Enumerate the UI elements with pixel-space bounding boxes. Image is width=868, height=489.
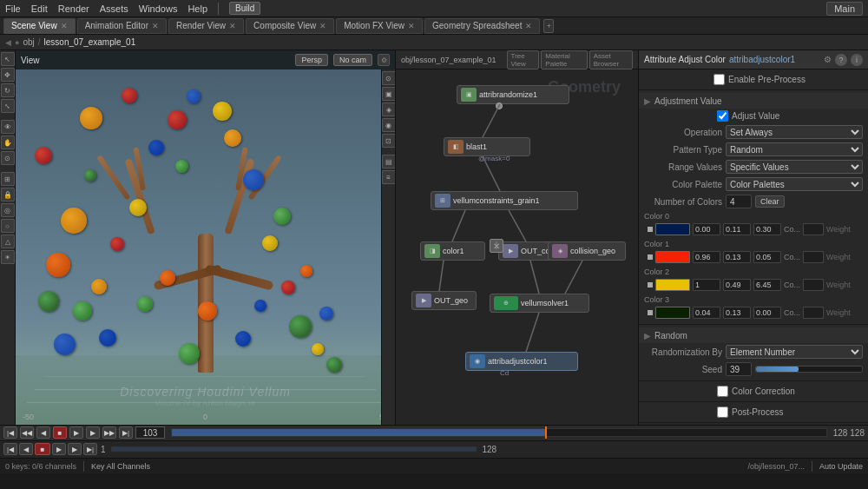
tab-close-motion[interactable]: ✕ — [408, 22, 415, 30]
tab-render-view[interactable]: Render View ✕ — [168, 18, 244, 34]
color0-minus[interactable] — [648, 227, 653, 232]
color1-g[interactable] — [723, 251, 751, 263]
color0-weight[interactable] — [803, 223, 824, 235]
tab-animation-editor[interactable]: Animation Editor ✕ — [77, 18, 167, 34]
tool-lock[interactable]: 🔒 — [1, 188, 15, 202]
properties-close-icon[interactable]: i — [851, 54, 863, 66]
transport-stop[interactable]: ■ — [53, 426, 67, 439]
status-channels[interactable]: Key All Channels — [91, 462, 150, 471]
color0-r[interactable] — [693, 223, 720, 235]
color1-b[interactable] — [753, 251, 781, 263]
post-process-checkbox[interactable] — [717, 406, 728, 418]
tool-scale[interactable]: ⤡ — [1, 99, 15, 113]
cam-button[interactable]: No cam — [333, 54, 372, 66]
transport2-stop[interactable]: ■ — [35, 443, 50, 455]
color1-weight[interactable] — [803, 251, 824, 263]
color3-g[interactable] — [723, 307, 751, 319]
vp-tool-7[interactable]: ≡ — [382, 170, 396, 184]
vp-tool-3[interactable]: ◈ — [382, 102, 396, 116]
transport-play[interactable]: ▶ — [69, 426, 83, 439]
node-blast1[interactable]: ◧ blast1 — [444, 137, 530, 156]
vp-tool-5[interactable]: ⊡ — [382, 134, 396, 148]
viewport[interactable]: View Persp No cam ⚙ — [16, 50, 395, 425]
random-header[interactable]: ▶ Random — [639, 327, 868, 343]
transport2-next[interactable]: ▶ — [68, 443, 82, 455]
ng-tab-material[interactable]: Material Palette — [541, 50, 587, 69]
node-attribrandomize1[interactable]: ▣ attribrandomize1 — [457, 85, 569, 104]
seed-input[interactable] — [726, 362, 752, 376]
color3-weight[interactable] — [803, 307, 824, 319]
color2-r[interactable] — [693, 279, 720, 291]
menu-render[interactable]: Render — [58, 3, 89, 14]
tool-snap[interactable]: ⊞ — [1, 172, 15, 186]
tool-view[interactable]: 👁 — [1, 120, 15, 134]
properties-gear-icon[interactable]: ⚙ — [824, 55, 832, 64]
tool-rotate[interactable]: ↻ — [1, 83, 15, 97]
menu-help[interactable]: Help — [187, 3, 207, 14]
menu-edit[interactable]: Edit — [31, 3, 48, 14]
tab-geometry-spreadsheet[interactable]: Geometry Spreadsheet ✕ — [424, 18, 540, 34]
node-attribadjustcolor[interactable]: ◉ attribadjustcolor1 — [465, 352, 578, 371]
num-colors-input[interactable] — [726, 195, 752, 208]
color3-b[interactable] — [753, 307, 781, 319]
tool-geo[interactable]: △ — [1, 235, 15, 248]
menu-windows[interactable]: Windows — [139, 3, 178, 14]
node-vellumsolver[interactable]: ⊕ vellumsolver1 — [490, 294, 589, 313]
clear-button[interactable]: Clear — [755, 195, 785, 208]
frame-input[interactable] — [135, 426, 165, 439]
adjust-value-checkbox[interactable] — [717, 110, 728, 122]
color3-swatch[interactable] — [655, 307, 690, 319]
tab-scene-view[interactable]: Scene View ✕ — [3, 18, 76, 34]
preprocess-checkbox[interactable] — [713, 74, 725, 85]
transport2-prev[interactable]: ◀ — [19, 443, 33, 455]
color1-r[interactable] — [693, 251, 720, 263]
tab-close-composite[interactable]: ✕ — [319, 22, 326, 30]
transport-start[interactable]: |◀ — [3, 426, 17, 439]
vp-tool-6[interactable]: ▤ — [382, 155, 396, 169]
transport2-play[interactable]: ▶ — [52, 443, 66, 455]
transport-prev-frame[interactable]: ◀ — [36, 426, 50, 439]
node-color1[interactable]: ◨ color1 — [420, 241, 485, 261]
seed-slider[interactable] — [755, 366, 863, 373]
tab-close-scene[interactable]: ✕ — [61, 22, 68, 30]
color2-b[interactable] — [753, 279, 781, 291]
node-vellumconstraints[interactable]: ⊞ vellumconstraints_grain1 — [431, 191, 578, 210]
breadcrumb-file[interactable]: lesson_07_example_01 — [44, 37, 136, 47]
tool-light[interactable]: ☀ — [1, 250, 15, 264]
color3-minus[interactable] — [648, 310, 653, 315]
range-bar[interactable] — [111, 446, 477, 452]
tab-add-button[interactable]: + — [543, 19, 554, 33]
color2-swatch[interactable] — [655, 279, 690, 291]
tab-close-render[interactable]: ✕ — [229, 22, 236, 30]
tool-select[interactable]: ↖ — [1, 52, 15, 66]
color1-swatch[interactable] — [655, 251, 690, 263]
status-auto-update[interactable]: Auto Update — [819, 462, 863, 471]
tool-pan[interactable]: ✋ — [1, 135, 15, 149]
tool-vis[interactable]: ◎ — [1, 203, 15, 217]
menu-file[interactable]: File — [5, 3, 21, 14]
properties-info-icon[interactable]: ? — [835, 54, 847, 66]
tool-orbit[interactable]: ⊙ — [1, 151, 15, 165]
adjustment-header[interactable]: ▶ Adjustment Value — [639, 93, 868, 109]
tab-motion-fx[interactable]: Motion FX View ✕ — [336, 18, 423, 34]
color0-b[interactable] — [753, 223, 781, 235]
node-collision-geo[interactable]: ◈ collision_geo — [548, 241, 626, 261]
persp-button[interactable]: Persp — [295, 54, 328, 66]
vp-tool-1[interactable]: ⊙ — [382, 71, 396, 85]
transport-next-frame[interactable]: ▶ — [86, 426, 100, 439]
vp-tool-4[interactable]: ◉ — [382, 118, 396, 132]
ng-tab-asset[interactable]: Asset Browser — [589, 50, 633, 69]
color2-minus[interactable] — [648, 282, 653, 287]
tab-composite-view[interactable]: Composite View ✕ — [246, 18, 334, 34]
transport2-end[interactable]: ▶| — [83, 443, 97, 455]
vp-tool-2[interactable]: ▣ — [382, 87, 396, 101]
merge-node[interactable]: ✕ — [490, 239, 503, 253]
color-correction-checkbox[interactable] — [717, 386, 728, 397]
tab-close-geo[interactable]: ✕ — [525, 22, 532, 30]
pattern-type-select[interactable]: Random — [726, 142, 863, 156]
timeline-bar[interactable] — [171, 428, 827, 437]
node-graph-canvas[interactable]: Geometry ▣ attribrandomize1 ◧ blast1 @ma… — [396, 69, 638, 425]
transport-next-key[interactable]: ▶▶ — [102, 426, 116, 439]
transport-end[interactable]: ▶| — [119, 426, 133, 439]
color1-minus[interactable] — [648, 254, 653, 260]
